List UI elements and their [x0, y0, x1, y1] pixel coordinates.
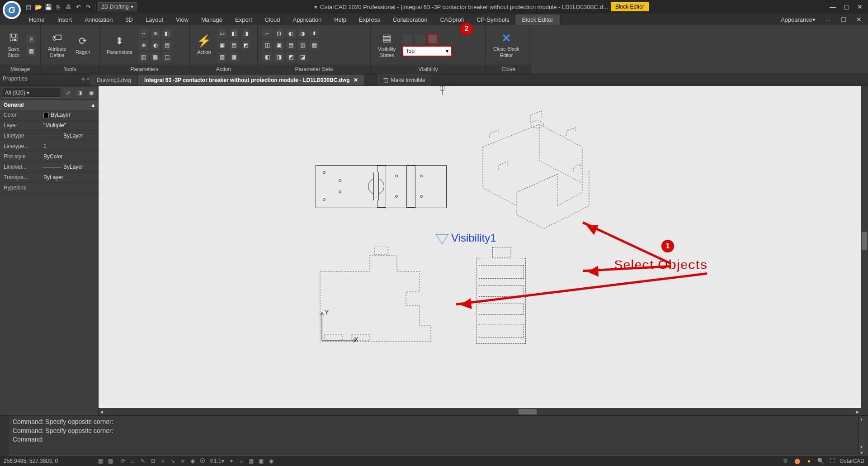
command-scrollbar[interactable]: ▴ ▾ ◂	[858, 416, 867, 456]
prop-row-layer[interactable]: Layer"Multiple"	[0, 120, 98, 131]
drawing-iso-view[interactable]	[462, 111, 598, 228]
cloud-icon[interactable]: ●	[804, 457, 813, 465]
pset-tool-icon[interactable]: ◫	[262, 40, 272, 50]
doc-restore-button[interactable]: ❐	[837, 15, 850, 24]
action-tool-icon[interactable]: ▥	[217, 52, 227, 62]
action-button[interactable]: ⚡Action	[194, 34, 214, 56]
maximize-button[interactable]: ▢	[840, 2, 853, 11]
print-icon[interactable]: 🖶	[64, 3, 72, 11]
param-tool-icon[interactable]: ⊕	[139, 40, 149, 50]
vis-tool-icon[interactable]	[415, 34, 425, 44]
magnifier-icon[interactable]: 🔍	[816, 457, 825, 465]
otrack-toggle-icon[interactable]: ≡	[158, 457, 167, 465]
appearance-dropdown[interactable]: Appearance▾	[777, 14, 819, 25]
transparency-icon[interactable]: ◉	[188, 457, 197, 465]
prop-row-hyperlink[interactable]: Hyperlink	[0, 183, 98, 193]
param-tool-icon[interactable]: ▤	[162, 40, 172, 50]
menu-insert[interactable]: Insert	[51, 14, 79, 25]
menu-export[interactable]: Export	[229, 14, 259, 25]
pset-tool-icon[interactable]: ⬍	[309, 29, 319, 38]
doc-minimize-button[interactable]: ―	[822, 15, 835, 24]
menu-annotation[interactable]: Annotation	[78, 14, 119, 25]
test-icon[interactable]: ▦	[26, 46, 36, 56]
param-tool-icon[interactable]: ◫	[162, 52, 172, 62]
app-logo[interactable]: G	[3, 1, 21, 19]
pset-tool-icon[interactable]: ⊡	[274, 29, 284, 38]
pset-tool-icon[interactable]: ◪	[297, 52, 307, 62]
clean-screen-icon[interactable]: ◉	[267, 457, 276, 465]
layers-icon[interactable]: ≋	[178, 457, 187, 465]
menu-express[interactable]: Express	[353, 14, 387, 25]
action-tool-icon[interactable]: ◧	[229, 29, 239, 38]
pset-tool-icon[interactable]: ↔	[262, 29, 272, 38]
prop-row-color[interactable]: ColorByLayer	[0, 110, 98, 120]
pset-tool-icon[interactable]: ▥	[297, 40, 307, 50]
settings-icon[interactable]: ⚙	[781, 457, 790, 465]
drawing-front-view[interactable]	[316, 165, 447, 208]
menu-view[interactable]: View	[170, 14, 195, 25]
select-objects-icon[interactable]: ◨	[75, 88, 85, 98]
open-icon[interactable]: 📂	[34, 3, 42, 11]
menu-cloud[interactable]: Cloud	[259, 14, 287, 25]
parameters-button[interactable]: ⬍Parameters	[104, 34, 135, 56]
drawing-canvas[interactable]: Visibility1 Y X	[99, 86, 861, 408]
pset-tool-icon[interactable]: ◐	[286, 29, 296, 38]
menu-home[interactable]: Home	[23, 14, 51, 25]
annotation-visibility-icon[interactable]: ✦	[227, 457, 236, 465]
drawing-side-view[interactable]: Y X	[316, 247, 447, 344]
action-tool-icon[interactable]: ◨	[241, 29, 251, 38]
ortho-toggle-icon[interactable]: ∟	[128, 457, 137, 465]
pset-tool-icon[interactable]: ◧	[262, 52, 272, 62]
param-tool-icon[interactable]: ◐	[151, 40, 160, 50]
osnap-toggle-icon[interactable]: ⊡	[148, 457, 157, 465]
tab-drawing1[interactable]: Drawing1.dwg	[90, 75, 138, 86]
hardware-accel-icon[interactable]: ▣	[257, 457, 266, 465]
param-tool-icon[interactable]: ↔	[139, 29, 149, 38]
command-line-area[interactable]: Command: Specify opposite corner: Comman…	[0, 415, 868, 456]
visibility-grip-icon[interactable]	[435, 234, 449, 245]
scale-label[interactable]: ⚲ 1:1 ▾	[208, 457, 226, 465]
param-tool-icon[interactable]: ≡	[151, 29, 160, 38]
menu-manage[interactable]: Manage	[195, 14, 229, 25]
prop-row-plotstyle[interactable]: Plot styleByColor	[0, 152, 98, 162]
vis-tool-icon[interactable]	[402, 34, 412, 44]
pset-tool-icon[interactable]: ◩	[286, 52, 296, 62]
dynamic-input-icon[interactable]: ⟳	[118, 457, 127, 465]
polar-toggle-icon[interactable]: ✎	[138, 457, 147, 465]
notification-icon[interactable]: ⬤	[793, 457, 802, 465]
fullscreen-icon[interactable]: ⛶	[828, 457, 837, 465]
new-icon[interactable]: ▤	[24, 3, 33, 11]
param-tool-icon[interactable]: ▥	[139, 52, 149, 62]
param-tool-icon[interactable]: ▦	[151, 52, 160, 62]
vertical-scrollbar[interactable]	[861, 86, 868, 408]
menu-3d[interactable]: 3D	[119, 14, 139, 25]
export-icon[interactable]: ⎘	[54, 3, 62, 11]
minimize-button[interactable]: ―	[826, 2, 839, 11]
isolate-icon[interactable]: ▥	[247, 457, 256, 465]
selection-dropdown[interactable]: All (920) ▾	[2, 88, 61, 98]
saveas-icon[interactable]: ⎘	[26, 34, 36, 44]
workspace-dropdown[interactable]: 2D Drafting▾	[98, 2, 137, 11]
tab-close-icon[interactable]: ✕	[354, 77, 358, 83]
doc-close-button[interactable]: ✕	[853, 15, 865, 24]
pset-tool-icon[interactable]: ◑	[297, 29, 307, 38]
attribute-define-button[interactable]: 🏷Attribute Define	[45, 31, 69, 59]
action-tool-icon[interactable]: ◩	[241, 40, 251, 50]
action-tool-icon[interactable]: ▣	[217, 40, 227, 50]
close-block-editor-button[interactable]: ✕Close Block Editor	[491, 31, 522, 59]
regen-button[interactable]: ⟳Regen	[73, 34, 93, 56]
action-tool-icon[interactable]: ▦	[229, 52, 239, 62]
make-invisible-button[interactable]	[428, 34, 438, 44]
prop-row-lineweight[interactable]: Linewei...ByLayer	[0, 162, 98, 172]
param-tool-icon[interactable]: ◧	[162, 29, 172, 38]
quick-select-icon[interactable]: ⬀	[63, 88, 73, 98]
pset-tool-icon[interactable]: ▦	[309, 40, 319, 50]
menu-block-editor[interactable]: Block Editor	[515, 14, 559, 25]
menu-help[interactable]: Help	[328, 14, 353, 25]
pset-tool-icon[interactable]: ▣	[274, 40, 284, 50]
toggle-pickadd-icon[interactable]: ▣	[86, 88, 96, 98]
menu-application[interactable]: Application	[287, 14, 328, 25]
save-icon[interactable]: 💾	[44, 3, 52, 11]
action-tool-icon[interactable]: ▭	[217, 29, 227, 38]
prop-row-transparency[interactable]: Transpa...ByLayer	[0, 172, 98, 183]
